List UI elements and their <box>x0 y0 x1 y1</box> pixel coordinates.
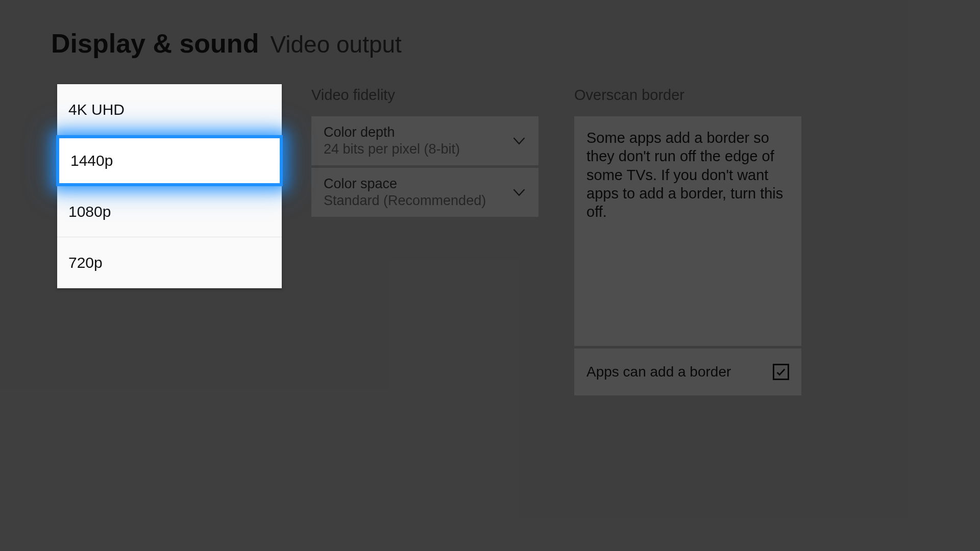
overscan-description-panel: Some apps add a border so they don't run… <box>574 116 801 346</box>
column-video-fidelity: Video fidelity Color depth 24 bits per p… <box>311 87 538 219</box>
overscan-checkbox-label: Apps can add a border <box>586 364 731 380</box>
chevron-down-icon <box>512 134 526 148</box>
color-space-dropdown[interactable]: Color space Standard (Recommended) <box>311 168 538 217</box>
page-header: Display & sound Video output <box>51 28 929 59</box>
color-space-value: Standard (Recommended) <box>324 193 486 209</box>
color-depth-label: Color depth <box>324 124 460 140</box>
resolution-option-720p[interactable]: 720p <box>57 237 282 288</box>
color-space-label: Color space <box>324 176 486 192</box>
checkbox-icon <box>773 364 789 380</box>
resolution-option-4k[interactable]: 4K UHD <box>57 84 282 135</box>
resolution-option-1440p[interactable]: 1440p <box>56 135 283 186</box>
video-fidelity-heading: Video fidelity <box>311 87 538 104</box>
page-subtitle: Video output <box>270 31 402 58</box>
resolution-dropdown-popup: 4K UHD 1440p 1080p 720p <box>57 84 282 288</box>
page-title: Display & sound <box>51 28 259 59</box>
overscan-heading: Overscan border <box>574 87 801 104</box>
color-depth-dropdown[interactable]: Color depth 24 bits per pixel (8-bit) <box>311 116 538 165</box>
resolution-option-1080p[interactable]: 1080p <box>57 186 282 237</box>
column-overscan: Overscan border Some apps add a border s… <box>574 87 801 395</box>
chevron-down-icon <box>512 185 526 199</box>
overscan-description: Some apps add a border so they don't run… <box>586 129 789 221</box>
overscan-checkbox-row[interactable]: Apps can add a border <box>574 348 801 395</box>
color-depth-value: 24 bits per pixel (8-bit) <box>324 141 460 157</box>
